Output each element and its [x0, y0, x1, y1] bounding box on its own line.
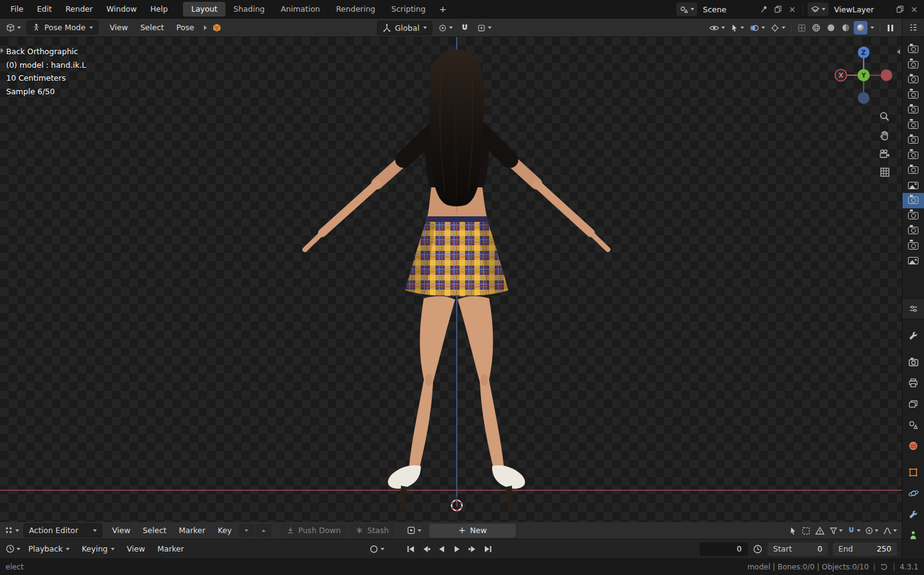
jump-next-keyframe-button[interactable]: [465, 542, 479, 556]
outliner-object-icon[interactable]: [902, 72, 924, 88]
timeline-menu-item[interactable]: View: [121, 539, 152, 558]
dope-menu-item[interactable]: Key: [211, 522, 238, 539]
shading-rendered-button[interactable]: [854, 21, 867, 35]
shading-solid-button[interactable]: [824, 21, 838, 35]
only-selected-cursor-icon[interactable]: [788, 526, 797, 536]
pivot-point-dropdown[interactable]: [436, 21, 455, 35]
snap-settings-dropdown[interactable]: [475, 21, 493, 35]
dope-menu-item[interactable]: View: [106, 522, 137, 539]
move-channel-down-button[interactable]: [238, 524, 254, 537]
workspace-tab[interactable]: Animation: [273, 2, 328, 17]
workspace-tab[interactable]: Rendering: [328, 2, 383, 17]
playback-menu[interactable]: Playback: [22, 539, 76, 558]
outliner-object-icon[interactable]: [902, 88, 924, 103]
use-preview-range-clock-icon[interactable]: [753, 544, 763, 554]
keying-menu[interactable]: Keying: [76, 539, 121, 558]
xray-toggle[interactable]: [795, 21, 808, 35]
viewport-menu-item[interactable]: Select: [134, 18, 171, 36]
push-down-button[interactable]: Push Down: [281, 524, 346, 537]
proportional-edit-dropdown[interactable]: [865, 526, 878, 535]
mode-dropdown[interactable]: Pose Mode: [26, 20, 99, 35]
gizmo-z-neg-axis[interactable]: [858, 92, 870, 104]
outliner-object-icon[interactable]: [902, 178, 924, 194]
pin-scene-icon[interactable]: [758, 2, 770, 16]
viewport-menu-item[interactable]: Pose: [170, 18, 200, 36]
tab-world[interactable]: [902, 436, 924, 457]
tab-object-data[interactable]: [902, 525, 924, 546]
outliner-header[interactable]: [902, 18, 924, 37]
play-reverse-button[interactable]: [434, 542, 448, 556]
stash-button[interactable]: Stash: [350, 524, 394, 537]
shading-material-button[interactable]: [839, 21, 853, 35]
remove-view-layer-icon[interactable]: [908, 2, 920, 16]
editor-type-dropdown[interactable]: [4, 21, 23, 35]
transform-orientation-dropdown[interactable]: Global: [377, 21, 432, 35]
tab-physics[interactable]: [902, 483, 924, 504]
new-view-layer-icon[interactable]: [894, 2, 906, 16]
menubar-item[interactable]: File: [4, 0, 30, 18]
current-frame-field[interactable]: 0: [700, 542, 748, 556]
outliner-object-icon[interactable]: [902, 253, 924, 269]
timeline-editor-type-dropdown[interactable]: [4, 542, 22, 556]
selectability-dropdown[interactable]: [728, 21, 746, 35]
tab-view-layer[interactable]: [902, 394, 924, 415]
zoom-icon[interactable]: [879, 111, 890, 122]
workspace-tab[interactable]: Layout: [183, 2, 225, 17]
timeline-menu-item[interactable]: Marker: [151, 539, 190, 558]
jump-to-start-button[interactable]: [403, 542, 418, 556]
3d-viewport[interactable]: Back Orthographic(0) model : hand.ik.L10…: [0, 37, 902, 522]
outliner-object-icon[interactable]: [902, 208, 924, 224]
frame-start-field[interactable]: Start 0: [768, 542, 828, 556]
view-layer-selector[interactable]: [808, 2, 829, 16]
scene-selector[interactable]: [676, 2, 697, 16]
gizmo-x-neg-axis[interactable]: [881, 70, 893, 81]
outliner-object-icon[interactable]: [902, 102, 924, 118]
add-workspace-button[interactable]: +: [434, 2, 452, 17]
new-action-button[interactable]: New: [429, 524, 516, 537]
shading-options-chevron-icon[interactable]: [870, 27, 874, 29]
tab-tool[interactable]: [902, 325, 924, 346]
outliner-object-icon[interactable]: [902, 118, 924, 133]
menubar-item[interactable]: Window: [100, 0, 144, 18]
pause-render-button[interactable]: [884, 25, 897, 31]
dope-menu-item[interactable]: Select: [137, 522, 173, 539]
outliner-object-icon[interactable]: [902, 193, 924, 208]
tab-scene[interactable]: [902, 415, 924, 436]
tab-render[interactable]: [902, 352, 924, 373]
camera-view-icon[interactable]: [879, 149, 890, 159]
browse-action-dropdown[interactable]: [405, 524, 423, 537]
toolbar-expand-chevron-icon[interactable]: [1, 48, 4, 53]
snap-keys-dropdown[interactable]: [847, 526, 861, 535]
shading-wireframe-button[interactable]: [809, 21, 823, 35]
pan-hand-icon[interactable]: [879, 130, 890, 141]
keyframe-interpolation-dropdown[interactable]: [883, 527, 897, 535]
new-scene-icon[interactable]: [772, 2, 784, 16]
gizmos-dropdown[interactable]: [768, 21, 787, 35]
jump-to-end-button[interactable]: [480, 542, 495, 556]
menubar-item[interactable]: Render: [59, 0, 100, 18]
tab-modifiers[interactable]: [902, 504, 924, 525]
orthographic-grid-icon[interactable]: [880, 167, 890, 177]
auto-keying-toggle[interactable]: [370, 545, 384, 553]
show-hidden-box-icon[interactable]: [801, 526, 811, 536]
tab-object[interactable]: [902, 462, 924, 483]
properties-header[interactable]: [902, 298, 924, 319]
action-editor-mode-dropdown[interactable]: Action Editor: [23, 523, 102, 537]
outliner-object-icon[interactable]: [902, 148, 924, 163]
viewport-menu-item[interactable]: View: [103, 18, 134, 36]
outliner-object-icon[interactable]: [902, 57, 924, 73]
active-object-icon[interactable]: [212, 23, 222, 33]
show-errors-warning-icon[interactable]: [815, 526, 825, 535]
filter-dropdown[interactable]: [829, 526, 843, 535]
jump-prev-keyframe-button[interactable]: [419, 542, 433, 556]
menubar-item[interactable]: Help: [144, 0, 175, 18]
outliner-object-icon[interactable]: [902, 133, 924, 148]
menubar-item[interactable]: Edit: [30, 0, 59, 18]
snap-toggle[interactable]: [458, 21, 471, 35]
close-scene-icon[interactable]: [786, 2, 798, 16]
move-channel-up-button[interactable]: [256, 524, 272, 537]
frame-end-field[interactable]: End 250: [833, 542, 897, 556]
dope-editor-type-dropdown[interactable]: [2, 524, 21, 537]
outliner-object-icon[interactable]: [902, 42, 924, 57]
navigation-gizmo[interactable]: Z X Y: [827, 38, 901, 112]
